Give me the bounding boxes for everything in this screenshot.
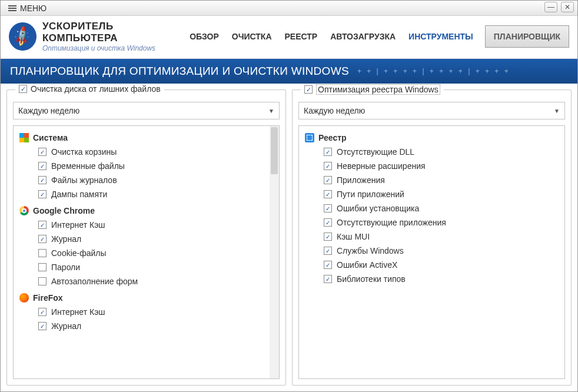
tree-group-label: FireFox	[33, 293, 63, 303]
nav-cleaning[interactable]: ОЧИСТКА	[231, 29, 273, 44]
tree-item[interactable]: Службы Windows	[323, 244, 561, 258]
tree-item[interactable]: Пути приложений	[323, 187, 561, 201]
tree-item-label: Отсутствующие приложения	[337, 218, 446, 227]
tree-item[interactable]: Кэш MUI	[323, 230, 561, 244]
minimize-button[interactable]: —	[544, 2, 557, 12]
registry-schedule-value: Каждую неделю	[304, 106, 365, 115]
app-window: МЕНЮ — ✕ 🚀 УСКОРИТЕЛЬ КОМПЬЮТЕРА Оптимиз…	[0, 0, 578, 392]
tree-item-label: Cookie-файлы	[51, 248, 107, 258]
registry-schedule-dropdown[interactable]: Каждую неделю ▼	[298, 102, 565, 119]
chevron-down-icon: ▼	[554, 108, 560, 114]
scrollbar-thumb[interactable]	[271, 127, 278, 174]
tree-item-label: Очистка корзины	[51, 147, 117, 157]
main-nav: ОБЗОР ОЧИСТКА РЕЕСТР АВТОЗАГРУЗКА ИНСТРУ…	[188, 25, 569, 48]
tree-item[interactable]: Временные файлы	[37, 159, 266, 173]
tree-group-label: Реестр	[318, 133, 347, 142]
tree-item[interactable]: Пароли	[37, 260, 266, 274]
tree-group-header[interactable]: Google Chrome	[17, 204, 266, 218]
registry-optimization-legend[interactable]: ✓ Оптимизация реестра Windows	[301, 84, 444, 95]
nav-overview[interactable]: ОБЗОР	[188, 29, 220, 44]
tree-item-checkbox[interactable]	[324, 275, 332, 283]
tree-item-checkbox[interactable]	[38, 249, 46, 257]
disk-cleanup-tree-inner[interactable]: СистемаОчистка корзиныВременные файлыФай…	[14, 126, 270, 378]
tree-item-label: Журнал	[51, 321, 81, 331]
windows-icon	[19, 133, 29, 142]
tree-item-checkbox[interactable]	[324, 190, 332, 198]
tree-item-label: Временные файлы	[51, 161, 125, 171]
tree-group-header[interactable]: Система	[17, 131, 266, 145]
tree-group: СистемаОчистка корзиныВременные файлыФай…	[17, 131, 266, 201]
tree-item-checkbox[interactable]	[324, 162, 332, 170]
tree-item-checkbox[interactable]	[38, 322, 46, 330]
brand-title: УСКОРИТЕЛЬ КОМПЬЮТЕРА	[42, 21, 188, 44]
tree-item[interactable]: Приложения	[323, 173, 561, 187]
chrome-icon	[19, 206, 29, 215]
hamburger-icon	[8, 5, 16, 11]
brand-subtitle: Оптимизация и очистка Windows	[42, 44, 188, 52]
tree-group-items: Интернет КэшЖурналCookie-файлыПаролиАвто…	[17, 218, 266, 288]
tree-group-items: Очистка корзиныВременные файлыФайлы журн…	[17, 145, 266, 201]
tree-item-checkbox[interactable]	[324, 261, 332, 269]
tree-item[interactable]: Отсутствующие DLL	[323, 145, 561, 159]
tree-item[interactable]: Автозаполнение форм	[37, 274, 266, 288]
tree-item[interactable]: Очистка корзины	[37, 145, 266, 159]
tree-item-checkbox[interactable]	[324, 176, 332, 184]
menu-label: МЕНЮ	[20, 4, 46, 13]
nav-startup[interactable]: АВТОЗАГРУЗКА	[329, 29, 397, 44]
disk-cleanup-legend[interactable]: ✓ Очистка диска от лишних файлов	[15, 84, 164, 94]
tree-group-items: Отсутствующие DLLНеверные расширенияПрил…	[303, 145, 561, 286]
tree-item[interactable]: Библиотеки типов	[323, 272, 561, 286]
tree-item-checkbox[interactable]	[38, 162, 46, 170]
tree-item-checkbox[interactable]	[324, 232, 332, 241]
tree-item-checkbox[interactable]	[324, 204, 332, 212]
disk-cleanup-schedule-dropdown[interactable]: Каждую неделю ▼	[13, 102, 280, 119]
disk-cleanup-checkbox[interactable]: ✓	[19, 85, 27, 93]
tree-item-checkbox[interactable]	[38, 235, 46, 243]
disk-cleanup-scrollbar[interactable]	[270, 126, 279, 378]
tree-item-checkbox[interactable]	[324, 148, 332, 156]
tree-item[interactable]: Журнал	[37, 232, 266, 246]
tree-group-header[interactable]: Реестр	[303, 131, 561, 145]
tree-item-label: Файлы журналов	[51, 175, 117, 185]
nav-tools[interactable]: ИНСТРУМЕНТЫ	[407, 29, 474, 44]
tree-item[interactable]: Ошибки установщика	[323, 201, 561, 215]
tree-item[interactable]: Неверные расширения	[323, 159, 561, 173]
brand: 🚀 УСКОРИТЕЛЬ КОМПЬЮТЕРА Оптимизация и оч…	[9, 21, 188, 52]
tree-group: Google ChromeИнтернет КэшЖурналCookie-фа…	[17, 204, 266, 288]
tree-item-checkbox[interactable]	[38, 308, 46, 316]
tree-item[interactable]: Файлы журналов	[37, 173, 266, 187]
tree-item-checkbox[interactable]	[324, 218, 332, 227]
tree-item-checkbox[interactable]	[324, 247, 332, 255]
tree-item[interactable]: Интернет Кэш	[37, 305, 266, 319]
app-logo-icon: 🚀	[9, 22, 36, 51]
tree-group: РеестрОтсутствующие DLLНеверные расширен…	[303, 131, 561, 286]
tree-item[interactable]: Cookie-файлы	[37, 246, 266, 260]
tree-item[interactable]: Ошибки ActiveX	[323, 258, 561, 272]
tree-group-items: Интернет КэшЖурнал	[17, 305, 266, 333]
menu-button[interactable]: МЕНЮ	[3, 2, 52, 15]
rocket-icon: 🚀	[11, 25, 35, 48]
tree-item[interactable]: Отсутствующие приложения	[323, 215, 561, 230]
tree-item-checkbox[interactable]	[38, 148, 46, 156]
tree-item-label: Неверные расширения	[337, 161, 426, 171]
scheduler-button[interactable]: ПЛАНИРОВЩИК	[485, 25, 569, 48]
tree-item-label: Кэш MUI	[337, 232, 370, 241]
close-button[interactable]: ✕	[561, 2, 574, 12]
nav-registry[interactable]: РЕЕСТР	[284, 29, 319, 44]
tree-item-checkbox[interactable]	[38, 277, 46, 285]
registry-optimization-checkbox[interactable]: ✓	[304, 85, 313, 94]
tree-item-label: Службы Windows	[337, 246, 404, 255]
brand-text: УСКОРИТЕЛЬ КОМПЬЮТЕРА Оптимизация и очис…	[42, 21, 188, 52]
tree-item[interactable]: Интернет Кэш	[37, 218, 266, 232]
tree-item-checkbox[interactable]	[38, 221, 46, 229]
tree-item-checkbox[interactable]	[38, 176, 46, 184]
tree-item[interactable]: Дампы памяти	[37, 187, 266, 201]
tree-item-checkbox[interactable]	[38, 263, 46, 271]
tree-item[interactable]: Журнал	[37, 319, 266, 333]
tree-group: FireFoxИнтернет КэшЖурнал	[17, 291, 266, 333]
tree-group-header[interactable]: FireFox	[17, 291, 266, 305]
registry-tree-inner[interactable]: РеестрОтсутствующие DLLНеверные расширен…	[299, 126, 564, 378]
header: 🚀 УСКОРИТЕЛЬ КОМПЬЮТЕРА Оптимизация и оч…	[1, 16, 577, 59]
tree-item-checkbox[interactable]	[38, 190, 46, 198]
disk-cleanup-schedule-value: Каждую неделю	[18, 106, 79, 115]
